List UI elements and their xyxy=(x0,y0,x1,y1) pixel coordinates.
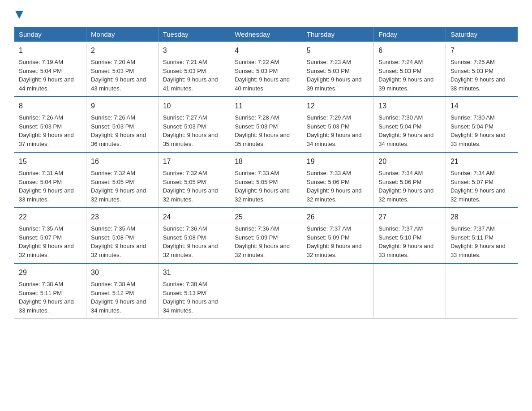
day-info: Sunrise: 7:37 AMSunset: 5:09 PMDaylight:… xyxy=(307,224,369,259)
column-header-friday: Friday xyxy=(374,27,446,42)
day-info: Sunrise: 7:32 AMSunset: 5:05 PMDaylight:… xyxy=(91,169,154,204)
day-info: Sunrise: 7:36 AMSunset: 5:08 PMDaylight:… xyxy=(163,224,226,259)
day-number: 29 xyxy=(19,267,82,278)
calendar-cell: 3Sunrise: 7:21 AMSunset: 5:03 PMDaylight… xyxy=(158,42,230,97)
day-info: Sunrise: 7:37 AMSunset: 5:11 PMDaylight:… xyxy=(450,224,513,259)
day-info: Sunrise: 7:38 AMSunset: 5:11 PMDaylight:… xyxy=(19,280,82,315)
calendar-week-row: 15Sunrise: 7:31 AMSunset: 5:04 PMDayligh… xyxy=(14,152,518,208)
calendar-cell: 1Sunrise: 7:19 AMSunset: 5:04 PMDaylight… xyxy=(14,42,86,97)
calendar-cell: 17Sunrise: 7:32 AMSunset: 5:05 PMDayligh… xyxy=(158,152,230,208)
day-number: 11 xyxy=(235,101,297,111)
calendar-cell: 7Sunrise: 7:25 AMSunset: 5:03 PMDaylight… xyxy=(446,42,518,97)
day-info: Sunrise: 7:33 AMSunset: 5:05 PMDaylight:… xyxy=(235,169,297,204)
column-header-wednesday: Wednesday xyxy=(230,27,302,42)
calendar-cell: 5Sunrise: 7:23 AMSunset: 5:03 PMDaylight… xyxy=(302,42,374,97)
calendar-cell: 21Sunrise: 7:34 AMSunset: 5:07 PMDayligh… xyxy=(446,152,518,208)
calendar-header-row: SundayMondayTuesdayWednesdayThursdayFrid… xyxy=(14,27,518,42)
day-number: 25 xyxy=(235,212,297,223)
calendar-cell: 9Sunrise: 7:26 AMSunset: 5:03 PMDaylight… xyxy=(86,97,159,152)
day-number: 31 xyxy=(163,267,226,278)
calendar-cell: 26Sunrise: 7:37 AMSunset: 5:09 PMDayligh… xyxy=(302,208,374,263)
logo xyxy=(14,11,23,19)
calendar-cell: 4Sunrise: 7:22 AMSunset: 5:03 PMDaylight… xyxy=(230,42,302,97)
day-number: 12 xyxy=(307,101,369,111)
calendar-cell: 15Sunrise: 7:31 AMSunset: 5:04 PMDayligh… xyxy=(14,152,86,208)
day-number: 7 xyxy=(450,45,513,56)
day-info: Sunrise: 7:38 AMSunset: 5:13 PMDaylight:… xyxy=(163,280,226,315)
column-header-thursday: Thursday xyxy=(302,27,374,42)
day-number: 18 xyxy=(235,156,297,167)
day-info: Sunrise: 7:30 AMSunset: 5:04 PMDaylight:… xyxy=(378,113,441,148)
day-number: 23 xyxy=(91,212,154,223)
day-number: 28 xyxy=(450,212,513,223)
calendar-week-row: 29Sunrise: 7:38 AMSunset: 5:11 PMDayligh… xyxy=(14,263,518,319)
day-number: 20 xyxy=(378,156,441,167)
day-info: Sunrise: 7:34 AMSunset: 5:06 PMDaylight:… xyxy=(378,169,441,204)
day-info: Sunrise: 7:36 AMSunset: 5:09 PMDaylight:… xyxy=(235,224,297,259)
day-info: Sunrise: 7:38 AMSunset: 5:12 PMDaylight:… xyxy=(91,280,154,315)
calendar-cell: 10Sunrise: 7:27 AMSunset: 5:03 PMDayligh… xyxy=(158,97,230,152)
day-number: 22 xyxy=(19,212,82,223)
calendar-week-row: 22Sunrise: 7:35 AMSunset: 5:07 PMDayligh… xyxy=(14,208,518,263)
day-info: Sunrise: 7:30 AMSunset: 5:04 PMDaylight:… xyxy=(450,113,513,148)
calendar-cell: 11Sunrise: 7:28 AMSunset: 5:03 PMDayligh… xyxy=(230,97,302,152)
day-number: 1 xyxy=(19,45,82,56)
page-header xyxy=(14,11,518,19)
calendar-cell: 16Sunrise: 7:32 AMSunset: 5:05 PMDayligh… xyxy=(86,152,159,208)
day-number: 3 xyxy=(163,45,226,56)
day-number: 19 xyxy=(307,156,369,167)
day-number: 30 xyxy=(91,267,154,278)
day-number: 4 xyxy=(235,45,297,56)
calendar-table: SundayMondayTuesdayWednesdayThursdayFrid… xyxy=(14,27,518,319)
calendar-cell xyxy=(446,263,518,319)
day-info: Sunrise: 7:19 AMSunset: 5:04 PMDaylight:… xyxy=(19,58,82,93)
calendar-cell: 12Sunrise: 7:29 AMSunset: 5:03 PMDayligh… xyxy=(302,97,374,152)
column-header-sunday: Sunday xyxy=(14,27,86,42)
day-number: 10 xyxy=(163,101,226,111)
day-info: Sunrise: 7:26 AMSunset: 5:03 PMDaylight:… xyxy=(91,113,154,148)
day-info: Sunrise: 7:33 AMSunset: 5:06 PMDaylight:… xyxy=(307,169,369,204)
day-number: 6 xyxy=(378,45,441,56)
day-info: Sunrise: 7:31 AMSunset: 5:04 PMDaylight:… xyxy=(19,169,82,204)
calendar-cell xyxy=(230,263,302,319)
calendar-cell: 19Sunrise: 7:33 AMSunset: 5:06 PMDayligh… xyxy=(302,152,374,208)
calendar-cell: 31Sunrise: 7:38 AMSunset: 5:13 PMDayligh… xyxy=(158,263,230,319)
day-number: 15 xyxy=(19,156,82,167)
calendar-cell: 22Sunrise: 7:35 AMSunset: 5:07 PMDayligh… xyxy=(14,208,86,263)
calendar-cell xyxy=(302,263,374,319)
calendar-cell: 29Sunrise: 7:38 AMSunset: 5:11 PMDayligh… xyxy=(14,263,86,319)
day-number: 21 xyxy=(450,156,513,167)
day-info: Sunrise: 7:32 AMSunset: 5:05 PMDaylight:… xyxy=(163,169,226,204)
day-info: Sunrise: 7:23 AMSunset: 5:03 PMDaylight:… xyxy=(307,58,369,93)
calendar-week-row: 1Sunrise: 7:19 AMSunset: 5:04 PMDaylight… xyxy=(14,42,518,97)
day-info: Sunrise: 7:29 AMSunset: 5:03 PMDaylight:… xyxy=(307,113,369,148)
calendar-cell: 14Sunrise: 7:30 AMSunset: 5:04 PMDayligh… xyxy=(446,97,518,152)
day-number: 8 xyxy=(19,101,82,111)
day-info: Sunrise: 7:27 AMSunset: 5:03 PMDaylight:… xyxy=(163,113,226,148)
calendar-cell: 23Sunrise: 7:35 AMSunset: 5:08 PMDayligh… xyxy=(86,208,159,263)
day-info: Sunrise: 7:35 AMSunset: 5:07 PMDaylight:… xyxy=(19,224,82,259)
day-info: Sunrise: 7:20 AMSunset: 5:03 PMDaylight:… xyxy=(91,58,154,93)
day-number: 16 xyxy=(91,156,154,167)
day-number: 5 xyxy=(307,45,369,56)
svg-marker-0 xyxy=(15,11,23,19)
day-number: 9 xyxy=(91,101,154,111)
column-header-monday: Monday xyxy=(86,27,159,42)
calendar-cell: 18Sunrise: 7:33 AMSunset: 5:05 PMDayligh… xyxy=(230,152,302,208)
day-info: Sunrise: 7:26 AMSunset: 5:03 PMDaylight:… xyxy=(19,113,82,148)
calendar-week-row: 8Sunrise: 7:26 AMSunset: 5:03 PMDaylight… xyxy=(14,97,518,152)
day-info: Sunrise: 7:21 AMSunset: 5:03 PMDaylight:… xyxy=(163,58,226,93)
day-info: Sunrise: 7:35 AMSunset: 5:08 PMDaylight:… xyxy=(91,224,154,259)
logo-triangle-icon xyxy=(15,11,23,19)
day-info: Sunrise: 7:37 AMSunset: 5:10 PMDaylight:… xyxy=(378,224,441,259)
day-number: 14 xyxy=(450,101,513,111)
calendar-cell: 13Sunrise: 7:30 AMSunset: 5:04 PMDayligh… xyxy=(374,97,446,152)
calendar-cell: 2Sunrise: 7:20 AMSunset: 5:03 PMDaylight… xyxy=(86,42,159,97)
calendar-cell: 27Sunrise: 7:37 AMSunset: 5:10 PMDayligh… xyxy=(374,208,446,263)
calendar-cell: 30Sunrise: 7:38 AMSunset: 5:12 PMDayligh… xyxy=(86,263,159,319)
calendar-cell: 25Sunrise: 7:36 AMSunset: 5:09 PMDayligh… xyxy=(230,208,302,263)
day-info: Sunrise: 7:25 AMSunset: 5:03 PMDaylight:… xyxy=(450,58,513,93)
day-number: 13 xyxy=(378,101,441,111)
calendar-cell: 6Sunrise: 7:24 AMSunset: 5:03 PMDaylight… xyxy=(374,42,446,97)
day-info: Sunrise: 7:34 AMSunset: 5:07 PMDaylight:… xyxy=(450,169,513,204)
